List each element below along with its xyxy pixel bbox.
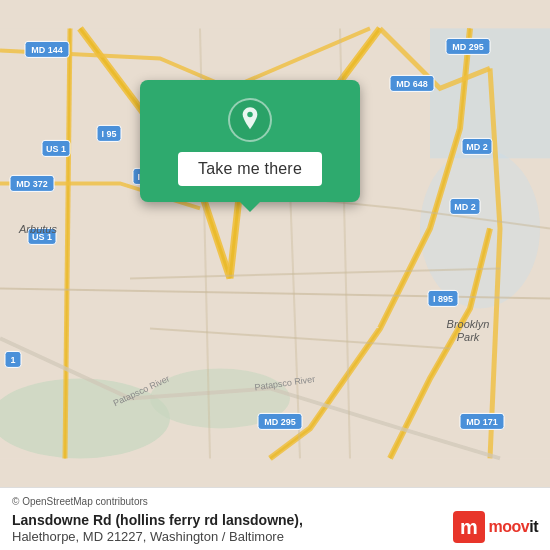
- svg-text:MD 2: MD 2: [466, 142, 488, 152]
- take-me-there-button[interactable]: Take me there: [178, 152, 322, 186]
- svg-text:MD 372: MD 372: [16, 179, 48, 189]
- location-pin-icon: [239, 107, 261, 133]
- svg-text:MD 2: MD 2: [454, 202, 476, 212]
- svg-text:MD 295: MD 295: [264, 417, 296, 427]
- map-area: MD 144 US 1 MD 372 I 95 I 95 US 1 MD 295…: [0, 0, 550, 487]
- bottom-content: Lansdowne Rd (hollins ferry rd lansdowne…: [12, 511, 538, 544]
- location-popup: Take me there: [140, 80, 360, 202]
- svg-text:1: 1: [10, 355, 15, 365]
- svg-point-4: [420, 148, 540, 308]
- moovit-logo: m moovit: [453, 511, 538, 543]
- location-icon-container: [228, 98, 272, 142]
- svg-text:MD 144: MD 144: [31, 45, 63, 55]
- svg-text:I 895: I 895: [433, 294, 453, 304]
- svg-text:Park: Park: [457, 331, 480, 343]
- moovit-logo-icon: m: [453, 511, 485, 543]
- app-container: MD 144 US 1 MD 372 I 95 I 95 US 1 MD 295…: [0, 0, 550, 550]
- svg-point-38: [247, 112, 253, 118]
- svg-text:Arbutus: Arbutus: [18, 223, 57, 235]
- svg-text:MD 171: MD 171: [466, 417, 498, 427]
- svg-text:US 1: US 1: [46, 144, 66, 154]
- svg-text:Brooklyn: Brooklyn: [447, 318, 490, 330]
- moovit-text-red: moov: [489, 518, 530, 535]
- bottom-bar: © OpenStreetMap contributors Lansdowne R…: [0, 487, 550, 550]
- svg-text:MD 648: MD 648: [396, 79, 428, 89]
- svg-text:I 95: I 95: [101, 129, 116, 139]
- location-info: Lansdowne Rd (hollins ferry rd lansdowne…: [12, 511, 303, 544]
- map-svg: MD 144 US 1 MD 372 I 95 I 95 US 1 MD 295…: [0, 0, 550, 487]
- moovit-brand-text: moovit: [489, 518, 538, 536]
- location-title: Lansdowne Rd (hollins ferry rd lansdowne…: [12, 511, 303, 529]
- svg-text:MD 295: MD 295: [452, 42, 484, 52]
- location-subtitle: Halethorpe, MD 21227, Washington / Balti…: [12, 529, 303, 544]
- svg-text:m: m: [460, 516, 478, 538]
- osm-credit: © OpenStreetMap contributors: [12, 496, 538, 507]
